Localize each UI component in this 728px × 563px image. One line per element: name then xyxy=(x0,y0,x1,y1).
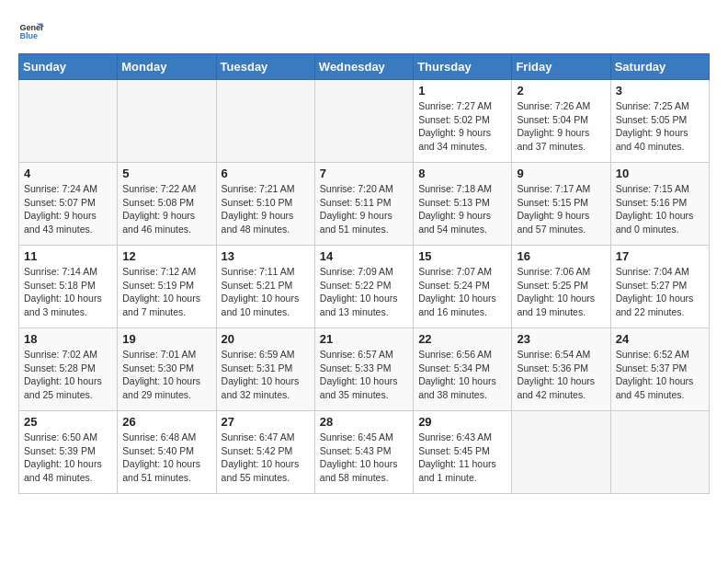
day-number: 21 xyxy=(320,332,408,346)
day-number: 16 xyxy=(517,249,605,263)
header-row: Sunday Monday Tuesday Wednesday Thursday… xyxy=(19,54,710,80)
calendar-cell: 21Sunrise: 6:57 AM Sunset: 5:33 PM Dayli… xyxy=(314,328,413,411)
col-sunday: Sunday xyxy=(19,54,118,80)
day-info: Sunrise: 7:25 AM Sunset: 5:05 PM Dayligh… xyxy=(616,99,704,154)
day-number: 24 xyxy=(616,332,704,346)
day-number: 4 xyxy=(24,167,112,180)
page-header: General Blue xyxy=(18,18,710,44)
day-info: Sunrise: 7:04 AM Sunset: 5:27 PM Dayligh… xyxy=(616,265,704,319)
logo: General Blue xyxy=(18,18,48,44)
calendar-cell: 7Sunrise: 7:20 AM Sunset: 5:11 PM Daylig… xyxy=(314,163,413,246)
day-info: Sunrise: 6:45 AM Sunset: 5:43 PM Dayligh… xyxy=(320,431,408,485)
calendar-cell: 2Sunrise: 7:26 AM Sunset: 5:04 PM Daylig… xyxy=(512,80,610,163)
day-number: 25 xyxy=(24,415,112,429)
day-info: Sunrise: 6:56 AM Sunset: 5:34 PM Dayligh… xyxy=(418,348,506,402)
day-info: Sunrise: 7:26 AM Sunset: 5:04 PM Dayligh… xyxy=(517,99,605,154)
day-number: 18 xyxy=(24,332,112,346)
calendar-cell: 13Sunrise: 7:11 AM Sunset: 5:21 PM Dayli… xyxy=(216,246,314,328)
day-number: 8 xyxy=(418,167,506,180)
calendar-cell: 1Sunrise: 7:27 AM Sunset: 5:02 PM Daylig… xyxy=(414,80,512,163)
day-info: Sunrise: 7:17 AM Sunset: 5:15 PM Dayligh… xyxy=(517,182,605,236)
day-info: Sunrise: 7:20 AM Sunset: 5:11 PM Dayligh… xyxy=(320,182,408,236)
col-thursday: Thursday xyxy=(414,54,512,80)
calendar-cell: 20Sunrise: 6:59 AM Sunset: 5:31 PM Dayli… xyxy=(216,328,314,411)
calendar-cell xyxy=(314,80,413,163)
calendar-cell: 8Sunrise: 7:18 AM Sunset: 5:13 PM Daylig… xyxy=(414,163,512,246)
day-number: 5 xyxy=(122,167,210,180)
day-number: 14 xyxy=(320,249,408,263)
day-info: Sunrise: 7:24 AM Sunset: 5:07 PM Dayligh… xyxy=(24,182,112,236)
day-number: 2 xyxy=(517,84,605,98)
day-number: 26 xyxy=(122,415,210,429)
calendar-cell: 29Sunrise: 6:43 AM Sunset: 5:45 PM Dayli… xyxy=(414,411,512,494)
day-info: Sunrise: 6:54 AM Sunset: 5:36 PM Dayligh… xyxy=(517,348,605,402)
calendar-cell: 6Sunrise: 7:21 AM Sunset: 5:10 PM Daylig… xyxy=(216,163,314,246)
day-number: 22 xyxy=(418,332,506,346)
day-number: 29 xyxy=(418,415,506,429)
day-info: Sunrise: 7:11 AM Sunset: 5:21 PM Dayligh… xyxy=(222,265,310,319)
day-number: 19 xyxy=(122,332,210,346)
calendar-cell: 24Sunrise: 6:52 AM Sunset: 5:37 PM Dayli… xyxy=(610,328,709,411)
day-number: 23 xyxy=(517,332,605,346)
day-number: 1 xyxy=(418,84,506,98)
day-number: 11 xyxy=(24,249,112,263)
calendar-cell: 12Sunrise: 7:12 AM Sunset: 5:19 PM Dayli… xyxy=(118,246,216,328)
calendar-cell xyxy=(610,411,709,494)
day-number: 9 xyxy=(517,167,605,180)
calendar-week-3: 11Sunrise: 7:14 AM Sunset: 5:18 PM Dayli… xyxy=(19,246,710,328)
calendar-cell: 23Sunrise: 6:54 AM Sunset: 5:36 PM Dayli… xyxy=(512,328,610,411)
calendar-cell xyxy=(19,80,118,163)
day-info: Sunrise: 6:57 AM Sunset: 5:33 PM Dayligh… xyxy=(320,348,408,402)
day-info: Sunrise: 7:15 AM Sunset: 5:16 PM Dayligh… xyxy=(616,182,704,236)
day-number: 20 xyxy=(222,332,310,346)
calendar-cell: 22Sunrise: 6:56 AM Sunset: 5:34 PM Dayli… xyxy=(414,328,512,411)
calendar-cell: 4Sunrise: 7:24 AM Sunset: 5:07 PM Daylig… xyxy=(19,163,118,246)
day-number: 7 xyxy=(320,167,408,180)
calendar-cell: 27Sunrise: 6:47 AM Sunset: 5:42 PM Dayli… xyxy=(216,411,314,494)
logo-icon: General Blue xyxy=(18,18,44,44)
calendar-cell: 3Sunrise: 7:25 AM Sunset: 5:05 PM Daylig… xyxy=(610,80,709,163)
calendar-cell xyxy=(512,411,610,494)
calendar-cell xyxy=(216,80,314,163)
calendar-header: Sunday Monday Tuesday Wednesday Thursday… xyxy=(19,54,710,80)
col-friday: Friday xyxy=(512,54,610,80)
day-info: Sunrise: 6:52 AM Sunset: 5:37 PM Dayligh… xyxy=(616,348,704,402)
col-monday: Monday xyxy=(118,54,216,80)
day-number: 6 xyxy=(222,167,310,180)
day-number: 13 xyxy=(222,249,310,263)
calendar-week-4: 18Sunrise: 7:02 AM Sunset: 5:28 PM Dayli… xyxy=(19,328,710,411)
day-info: Sunrise: 7:14 AM Sunset: 5:18 PM Dayligh… xyxy=(24,265,112,319)
day-info: Sunrise: 6:59 AM Sunset: 5:31 PM Dayligh… xyxy=(222,348,310,402)
day-info: Sunrise: 6:50 AM Sunset: 5:39 PM Dayligh… xyxy=(24,431,112,485)
day-number: 12 xyxy=(122,249,210,263)
calendar-cell: 19Sunrise: 7:01 AM Sunset: 5:30 PM Dayli… xyxy=(118,328,216,411)
col-tuesday: Tuesday xyxy=(216,54,314,80)
col-wednesday: Wednesday xyxy=(314,54,413,80)
day-info: Sunrise: 7:12 AM Sunset: 5:19 PM Dayligh… xyxy=(122,265,210,319)
day-info: Sunrise: 7:22 AM Sunset: 5:08 PM Dayligh… xyxy=(122,182,210,236)
day-number: 27 xyxy=(222,415,310,429)
day-info: Sunrise: 7:21 AM Sunset: 5:10 PM Dayligh… xyxy=(222,182,310,236)
day-info: Sunrise: 6:48 AM Sunset: 5:40 PM Dayligh… xyxy=(122,431,210,485)
calendar-table: Sunday Monday Tuesday Wednesday Thursday… xyxy=(18,53,710,494)
calendar-cell: 16Sunrise: 7:06 AM Sunset: 5:25 PM Dayli… xyxy=(512,246,610,328)
calendar-week-5: 25Sunrise: 6:50 AM Sunset: 5:39 PM Dayli… xyxy=(19,411,710,494)
day-number: 10 xyxy=(616,167,704,180)
calendar-cell: 26Sunrise: 6:48 AM Sunset: 5:40 PM Dayli… xyxy=(118,411,216,494)
col-saturday: Saturday xyxy=(610,54,709,80)
day-info: Sunrise: 7:07 AM Sunset: 5:24 PM Dayligh… xyxy=(418,265,506,319)
calendar-body: 1Sunrise: 7:27 AM Sunset: 5:02 PM Daylig… xyxy=(19,80,710,494)
calendar-cell: 5Sunrise: 7:22 AM Sunset: 5:08 PM Daylig… xyxy=(118,163,216,246)
calendar-cell: 14Sunrise: 7:09 AM Sunset: 5:22 PM Dayli… xyxy=(314,246,413,328)
calendar-cell: 25Sunrise: 6:50 AM Sunset: 5:39 PM Dayli… xyxy=(19,411,118,494)
day-number: 3 xyxy=(616,84,704,98)
day-info: Sunrise: 6:43 AM Sunset: 5:45 PM Dayligh… xyxy=(418,431,506,485)
calendar-cell: 18Sunrise: 7:02 AM Sunset: 5:28 PM Dayli… xyxy=(19,328,118,411)
calendar-cell: 17Sunrise: 7:04 AM Sunset: 5:27 PM Dayli… xyxy=(610,246,709,328)
calendar-cell: 9Sunrise: 7:17 AM Sunset: 5:15 PM Daylig… xyxy=(512,163,610,246)
calendar-cell: 11Sunrise: 7:14 AM Sunset: 5:18 PM Dayli… xyxy=(19,246,118,328)
calendar-cell: 28Sunrise: 6:45 AM Sunset: 5:43 PM Dayli… xyxy=(314,411,413,494)
day-info: Sunrise: 6:47 AM Sunset: 5:42 PM Dayligh… xyxy=(222,431,310,485)
calendar-cell: 10Sunrise: 7:15 AM Sunset: 5:16 PM Dayli… xyxy=(610,163,709,246)
day-number: 15 xyxy=(418,249,506,263)
